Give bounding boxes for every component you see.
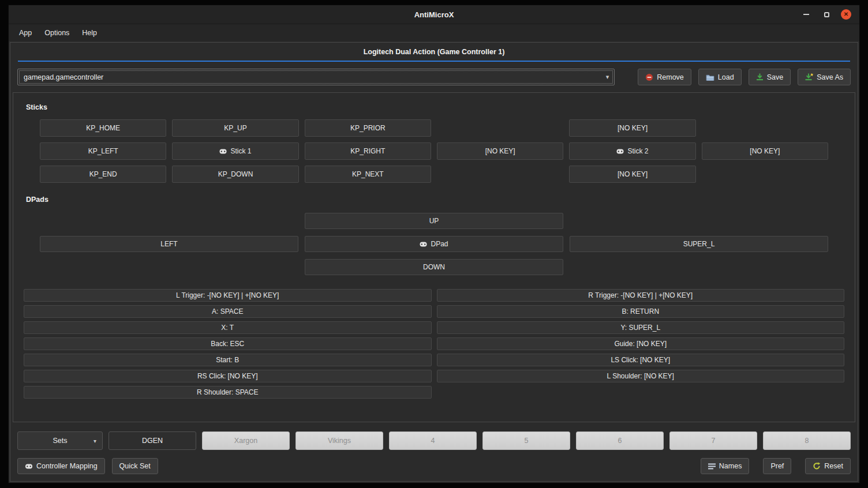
menu-options[interactable]: Options	[39, 26, 75, 40]
menu-help[interactable]: Help	[76, 26, 103, 40]
close-button[interactable]: ✕	[841, 9, 851, 20]
remove-icon	[645, 73, 653, 81]
save-button[interactable]: Save	[749, 69, 791, 85]
reset-button[interactable]: Reset	[805, 458, 851, 474]
footer-bar: Controller Mapping Quick Set Names Pref	[17, 458, 851, 474]
pref-button[interactable]: Pref	[763, 458, 791, 474]
dpad-up-button[interactable]: UP	[305, 213, 563, 229]
set-tab-7[interactable]: 7	[669, 431, 757, 450]
stick1-up-left-button[interactable]: KP_HOME	[40, 119, 166, 137]
gamepad-icon	[420, 242, 427, 247]
set-tab-5[interactable]: 5	[482, 431, 570, 450]
set-tab-label: Xargon	[234, 437, 257, 445]
menu-app[interactable]: App	[13, 26, 38, 40]
button-guide[interactable]: Guide: [NO KEY]	[437, 337, 845, 350]
stick1-up-right-button[interactable]: KP_PRIOR	[305, 119, 431, 137]
button-l-shoulder[interactable]: L Shoulder: [NO KEY]	[437, 370, 845, 382]
controller-mapping-button[interactable]: Controller Mapping	[17, 458, 105, 474]
button-ls-click[interactable]: LS Click: [NO KEY]	[437, 354, 845, 366]
button-back[interactable]: Back: ESC	[24, 337, 432, 350]
set-tab-6[interactable]: 6	[576, 431, 664, 450]
key-label: UP	[429, 217, 439, 225]
stick1-down-button[interactable]: KP_DOWN	[172, 166, 298, 183]
set-tab-label: 4	[431, 437, 435, 445]
button-r-shoulder[interactable]: R Shoulder: SPACE	[24, 386, 432, 399]
stick1-center-button[interactable]: Stick 1	[172, 142, 298, 160]
mapping-label: B: RETURN	[622, 307, 659, 316]
set-tab-4[interactable]: 4	[389, 431, 477, 450]
key-label: KP_DOWN	[218, 170, 253, 178]
dpad-down-button[interactable]: DOWN	[305, 259, 563, 275]
key-label: KP_RIGHT	[350, 147, 385, 155]
save-as-icon	[805, 73, 813, 81]
sets-dropdown-label: Sets	[53, 437, 67, 445]
dpad-left-button[interactable]: LEFT	[40, 236, 298, 252]
set-tab-label: 8	[805, 437, 809, 445]
key-label: KP_PRIOR	[350, 124, 386, 132]
titlebar[interactable]: AntiMicroX ✕	[9, 5, 859, 24]
sticks-heading: Sticks	[26, 103, 842, 111]
footer-right-group: Names Pref Reset	[701, 458, 851, 474]
mapping-label: R Shoulder: SPACE	[197, 388, 259, 396]
maximize-icon	[824, 12, 829, 17]
key-label: KP_END	[89, 170, 117, 178]
stick1-up-button[interactable]: KP_UP	[172, 119, 298, 137]
key-label: [NO KEY]	[485, 147, 515, 155]
stick1-down-right-button[interactable]: KP_NEXT	[305, 166, 431, 183]
sets-dropdown-button[interactable]: Sets ▾	[17, 431, 103, 450]
stick1-left-button[interactable]: KP_LEFT	[40, 142, 166, 160]
button-rs-click[interactable]: RS Click: [NO KEY]	[24, 370, 432, 382]
save-as-button[interactable]: Save As	[798, 69, 851, 85]
key-label: [NO KEY]	[750, 147, 780, 155]
reset-icon	[813, 462, 821, 470]
key-label: LEFT	[160, 240, 177, 248]
button-start[interactable]: Start: B	[24, 354, 432, 366]
save-label: Save	[767, 73, 784, 81]
set-tab-2[interactable]: Xargon	[202, 431, 290, 450]
controller-tab-bar: Logitech Dual Action (Game Controller 1)	[10, 43, 858, 61]
load-label: Load	[718, 73, 734, 81]
key-label: Stick 2	[627, 147, 648, 155]
stick2-center-button[interactable]: Stick 2	[569, 142, 695, 160]
profile-combobox[interactable]: gamepad.gamecontroller ▾	[17, 69, 615, 85]
button-a[interactable]: A: SPACE	[24, 305, 432, 318]
button-x[interactable]: X: T	[24, 321, 432, 334]
app-window: AntiMicroX ✕ App Options Help Logi	[8, 5, 860, 483]
names-button[interactable]: Names	[701, 458, 750, 474]
set-tab-label: 5	[525, 437, 529, 445]
set-tab-label: Vikings	[328, 437, 351, 445]
remove-label: Remove	[657, 73, 684, 81]
set-tab-1[interactable]: DGEN	[108, 431, 196, 450]
set-tab-3[interactable]: Vikings	[295, 431, 383, 450]
load-button[interactable]: Load	[698, 69, 742, 85]
stick1-down-left-button[interactable]: KP_END	[40, 166, 166, 183]
set-tab-8[interactable]: 8	[763, 431, 851, 450]
mapping-label: R Trigger: -[NO KEY] | +[NO KEY]	[588, 291, 693, 299]
dpad-right-button[interactable]: SUPER_L	[570, 236, 828, 252]
l-trigger-button[interactable]: L Trigger: -[NO KEY] | +[NO KEY]	[24, 289, 432, 302]
button-b[interactable]: B: RETURN	[437, 305, 845, 318]
stick1-right-button[interactable]: KP_RIGHT	[305, 142, 431, 160]
button-y[interactable]: Y: SUPER_L	[437, 321, 845, 334]
sticks-grid: KP_HOME KP_UP KP_PRIOR [NO KEY] KP_LEFT …	[40, 119, 828, 183]
maximize-button[interactable]	[821, 9, 832, 20]
stick2-up-button[interactable]: [NO KEY]	[569, 119, 695, 137]
names-label: Names	[719, 462, 742, 470]
gamepad-icon	[219, 149, 227, 154]
remove-button[interactable]: Remove	[638, 69, 691, 85]
key-label: Stick 1	[230, 147, 251, 155]
controller-tab[interactable]: Logitech Dual Action (Game Controller 1)	[364, 48, 505, 56]
stick2-right-button[interactable]: [NO KEY]	[702, 142, 828, 160]
stick2-left-button[interactable]: [NO KEY]	[437, 142, 563, 160]
profile-bar: gamepad.gamecontroller ▾ Remove L	[17, 69, 851, 85]
minimize-button[interactable]	[800, 9, 812, 20]
save-icon	[756, 73, 764, 81]
mapping-panel: Sticks KP_HOME KP_UP KP_PRIOR [NO KEY] K…	[13, 92, 855, 422]
dpad-center-button[interactable]: DPad	[305, 236, 563, 252]
key-label: DOWN	[423, 263, 445, 271]
screen: AntiMicroX ✕ App Options Help Logi	[0, 0, 868, 488]
r-trigger-button[interactable]: R Trigger: -[NO KEY] | +[NO KEY]	[437, 289, 845, 302]
mapping-label: Back: ESC	[211, 340, 244, 348]
quick-set-button[interactable]: Quick Set	[112, 458, 158, 474]
stick2-down-button[interactable]: [NO KEY]	[569, 166, 695, 183]
